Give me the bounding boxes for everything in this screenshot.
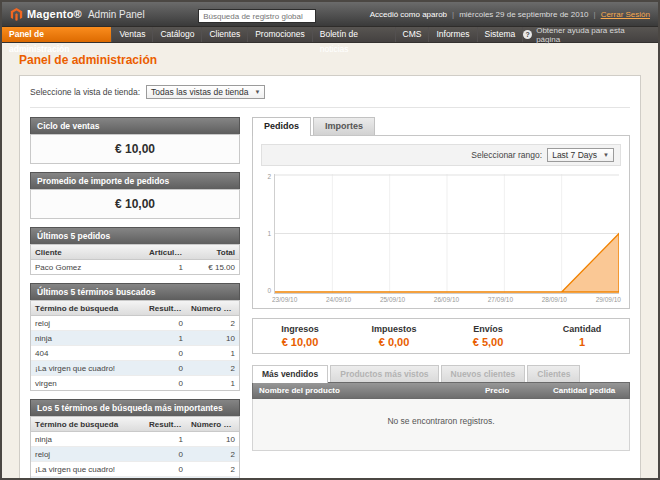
- table-row: 404 0 1: [31, 477, 239, 478]
- header-bar: Magento® Admin Panel Accedió como aparob…: [2, 2, 658, 26]
- magento-logo-icon: [10, 8, 23, 21]
- top-search-terms-table-head: Término de búsqueda Resultados Número de…: [31, 417, 239, 432]
- page-title: Panel de administración: [19, 53, 641, 67]
- help-link[interactable]: Obtener ayuda para esta página: [536, 26, 650, 44]
- tab-clientes[interactable]: Clientes: [527, 365, 580, 382]
- column-header: Artículos: [145, 245, 187, 259]
- total-label: Envíos: [441, 324, 535, 334]
- nav-item-promociones[interactable]: Promociones: [248, 27, 313, 42]
- logout-link[interactable]: Cerrar Sesión: [601, 10, 650, 19]
- search-term-link[interactable]: ninja: [31, 331, 145, 345]
- dashboard-totals: Ingresos € 10,00 Impuestos € 0,00 Envíos…: [252, 318, 630, 354]
- x-axis-tick-label: 27/09/10: [488, 296, 513, 303]
- search-term-link[interactable]: ninja: [31, 432, 145, 446]
- last-search-terms-header: Últimos 5 términos buscados: [30, 283, 240, 300]
- range-row: Seleccionar rango: Last 7 Days ▼: [261, 144, 621, 166]
- search-term-link[interactable]: virgen: [31, 376, 145, 390]
- items-count: 1: [145, 260, 187, 274]
- chevron-down-icon: ▼: [603, 152, 609, 158]
- nav-item-ventas[interactable]: Ventas: [112, 27, 153, 42]
- column-header: Cliente: [31, 245, 145, 259]
- table-row: ninja 1 10: [31, 432, 239, 447]
- tab-mas-vendidos[interactable]: Más vendidos: [252, 365, 328, 383]
- column-header: Nombre del producto: [253, 383, 479, 398]
- x-axis-tick-label: 29/09/10: [596, 296, 621, 303]
- results-count: 1: [145, 432, 187, 446]
- nav-item-clientes[interactable]: Clientes: [202, 27, 248, 42]
- results-count: 0: [145, 316, 187, 330]
- store-view-row: Seleccione la vista de tienda: Todas las…: [30, 85, 630, 108]
- nav-item-catalogo[interactable]: Catálogo: [153, 27, 202, 42]
- nav-item-cms[interactable]: CMS: [396, 27, 430, 42]
- search-term-link[interactable]: ¡La virgen que cuadro!: [31, 462, 145, 476]
- total-value: € 10,00: [253, 336, 347, 348]
- global-search: [198, 5, 316, 24]
- column-header: Cantidad pedida: [547, 383, 629, 398]
- chart-x-axis-labels: 23/09/1024/09/1025/09/1026/09/1027/09/10…: [272, 296, 621, 303]
- total-value: € 5,00: [441, 336, 535, 348]
- table-row: reloj 0 2: [31, 447, 239, 462]
- results-count: 0: [145, 376, 187, 390]
- tab-nuevos-clientes[interactable]: Nuevos clientes: [441, 365, 526, 382]
- total-value: 1: [535, 336, 629, 348]
- orders-area-chart: [275, 174, 619, 293]
- table-row: 404 0 1: [31, 346, 239, 361]
- store-view-label: Seleccione la vista de tienda:: [30, 87, 140, 97]
- x-axis-tick-label: 25/09/10: [380, 296, 405, 303]
- chart-tabs: Pedidos Importes: [252, 117, 630, 135]
- uses-count: 2: [187, 316, 239, 330]
- range-value: Last 7 Days: [552, 150, 597, 160]
- results-count: 0: [145, 462, 187, 476]
- column-header: Precio: [479, 383, 547, 398]
- nav-item-sistema[interactable]: Sistema: [478, 27, 524, 42]
- range-select[interactable]: Last 7 Days ▼: [547, 148, 614, 162]
- global-search-input[interactable]: [198, 9, 316, 23]
- last-search-terms-table: Término de búsqueda Resultados Número de…: [30, 300, 240, 391]
- empty-table-message: No se encontraron registros.: [252, 399, 630, 451]
- tab-productos-mas-vistos[interactable]: Productos más vistos: [330, 365, 438, 382]
- tab-importes[interactable]: Importes: [313, 117, 375, 135]
- last-orders-rows: Paco Gomez 1 € 15.00: [31, 260, 239, 274]
- nav-item-boletin-de-noticias[interactable]: Boletín de noticias: [313, 27, 396, 42]
- table-row: virgen 0 1: [31, 376, 239, 390]
- search-term-link[interactable]: ¡La virgen que cuadro!: [31, 361, 145, 375]
- results-count: 0: [145, 346, 187, 360]
- logged-in-as: Accedió como aparob: [370, 10, 447, 19]
- last-search-terms-rows: reloj 0 2 ninja 1 10: [31, 316, 239, 390]
- store-view-select[interactable]: Todas las vistas de tienda ▼: [146, 85, 265, 99]
- total-value: € 0,00: [347, 336, 441, 348]
- table-row: reloj 0 2: [31, 316, 239, 331]
- customer-link[interactable]: Paco Gomez: [31, 260, 145, 274]
- main-nav: Panel de administración Ventas Catálogo …: [2, 26, 658, 43]
- y-axis-tick-label: 0: [267, 288, 271, 294]
- uses-count: 1: [187, 346, 239, 360]
- column-header: Número de usos: [187, 301, 239, 315]
- total-impuestos: Impuestos € 0,00: [347, 324, 441, 348]
- search-term-link[interactable]: reloj: [31, 316, 145, 330]
- table-row: Paco Gomez 1 € 15.00: [31, 260, 239, 274]
- last-orders-table-head: Cliente Artículos Total: [31, 245, 239, 260]
- uses-count: 1: [187, 477, 239, 478]
- current-date: miércoles 29 de septiembre de 2010: [459, 10, 588, 19]
- last-orders-header: Últimos 5 pedidos: [30, 227, 240, 244]
- uses-count: 10: [187, 331, 239, 345]
- page-body: Panel de administración Seleccione la vi…: [2, 43, 658, 478]
- right-column: Pedidos Importes Seleccionar rango: Last…: [252, 117, 630, 478]
- user-info: Accedió como aparob | miércoles 29 de se…: [370, 10, 650, 19]
- uses-count: 10: [187, 432, 239, 446]
- search-term-link[interactable]: reloj: [31, 447, 145, 461]
- average-orders-value: € 10,00: [30, 189, 240, 219]
- nav-item-panel-de-administracion[interactable]: Panel de administración: [2, 27, 112, 42]
- lifetime-sales-header: Ciclo de ventas: [30, 117, 240, 134]
- search-term-link[interactable]: 404: [31, 346, 145, 360]
- separator: |: [452, 10, 454, 19]
- page-help: ? Obtener ayuda para esta página: [523, 27, 658, 42]
- nav-items: Panel de administración Ventas Catálogo …: [2, 27, 523, 42]
- nav-item-informes[interactable]: Informes: [429, 27, 477, 42]
- search-term-link[interactable]: 404: [31, 477, 145, 478]
- products-table-head: Nombre del producto Precio Cantidad pedi…: [252, 382, 630, 399]
- column-header: Resultados: [145, 301, 187, 315]
- uses-count: 2: [187, 361, 239, 375]
- tab-pedidos[interactable]: Pedidos: [252, 117, 311, 136]
- column-header: Término de búsqueda: [31, 417, 145, 431]
